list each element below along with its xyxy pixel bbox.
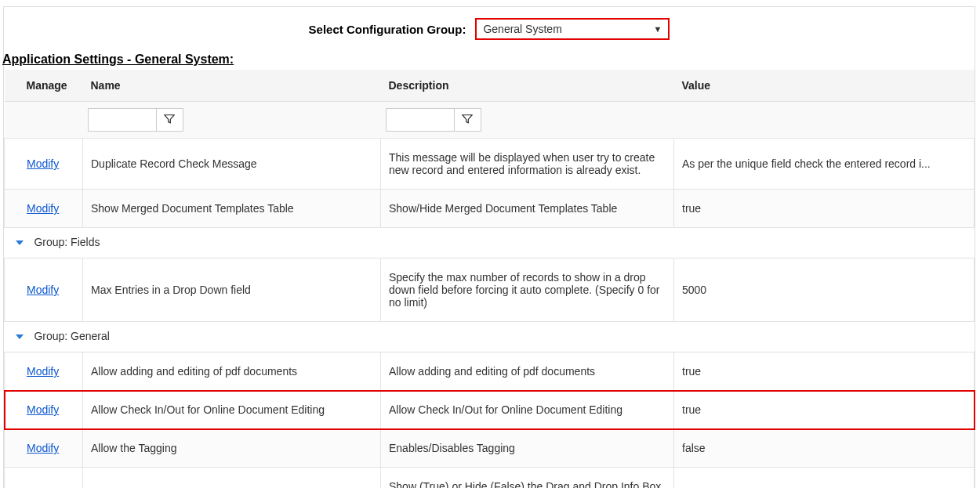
cell-description: This message will be displayed when user…	[381, 139, 674, 190]
table-row: Modify Show Merged Document Templates Ta…	[5, 190, 975, 228]
col-header-name[interactable]: Name	[83, 70, 381, 102]
table-body: Modify Duplicate Record Check Message Th…	[5, 139, 975, 489]
cell-name: Show Merged Document Templates Table	[83, 190, 381, 228]
section-title: Application Settings - General System:	[2, 52, 975, 70]
name-filter-input[interactable]	[88, 108, 157, 132]
cell-value: 5000	[674, 258, 975, 322]
cell-description: Allow Check In/Out for Online Document E…	[381, 391, 674, 429]
cell-value: As per the unique field check the entere…	[674, 139, 975, 190]
description-filter-button[interactable]	[455, 108, 481, 132]
cell-description: Show/Hide Merged Document Templates Tabl…	[381, 190, 674, 228]
group-label: Group: General	[34, 330, 110, 342]
col-header-manage[interactable]: Manage	[5, 70, 83, 102]
cell-value: true	[674, 352, 975, 391]
cell-name: Allow adding and editing of pdf document…	[83, 352, 381, 391]
cell-name: Max Entries in a Drop Down field	[83, 258, 381, 322]
group-collapse-icon[interactable]	[16, 334, 24, 339]
table-row: Modify Allow adding and editing of pdf d…	[5, 352, 975, 391]
table-filter-row	[5, 102, 975, 139]
name-filter-button[interactable]	[157, 108, 183, 132]
cell-name: Allow the Tagging	[83, 429, 381, 468]
table-row: Modify Allow the Tagging Enables/Disable…	[5, 429, 975, 468]
modify-link[interactable]: Modify	[27, 284, 59, 296]
modify-link[interactable]: Modify	[27, 365, 59, 378]
description-filter-input[interactable]	[386, 108, 455, 132]
col-header-description[interactable]: Description	[381, 70, 674, 102]
table-header-row: Manage Name Description Value	[5, 70, 975, 102]
funnel-icon	[164, 114, 175, 127]
funnel-icon	[462, 114, 473, 127]
group-header-general: Group: General	[5, 322, 975, 352]
settings-table: Manage Name Description Value	[4, 70, 975, 488]
modify-link[interactable]: Modify	[27, 202, 59, 215]
config-group-selected-value: General System	[483, 23, 653, 35]
cell-value: true	[674, 190, 975, 228]
cell-description: Show (True) or Hide (False) the Drag and…	[381, 468, 674, 489]
cell-name: Allow Check In/Out for Online Document E…	[83, 391, 381, 429]
cell-description: Specify the max number of records to sho…	[381, 258, 674, 322]
modify-link[interactable]: Modify	[27, 157, 59, 170]
modify-link[interactable]: Modify	[27, 442, 59, 454]
cell-value: false	[674, 429, 975, 468]
config-group-dropdown[interactable]: General System ▼	[475, 18, 670, 40]
config-group-selector-row: Select Configuration Group: General Syst…	[4, 7, 975, 52]
table-row: Modify Drag and Drop Side Menu Info Box …	[5, 468, 975, 489]
app-container: Select Configuration Group: General Syst…	[3, 6, 975, 488]
cell-name: Duplicate Record Check Message	[83, 139, 381, 190]
cell-value: true	[674, 391, 975, 429]
chevron-down-icon: ▼	[654, 24, 662, 34]
table-row-highlighted: Modify Allow Check In/Out for Online Doc…	[5, 391, 975, 429]
cell-name: Drag and Drop Side Menu Info Box	[83, 468, 381, 489]
modify-link[interactable]: Modify	[27, 403, 59, 416]
table-row: Modify Max Entries in a Drop Down field …	[5, 258, 975, 322]
cell-description: Enables/Disables Tagging	[381, 429, 674, 468]
col-header-value[interactable]: Value	[674, 70, 975, 102]
group-collapse-icon[interactable]	[16, 240, 24, 245]
group-label: Group: Fields	[34, 236, 100, 248]
table-row: Modify Duplicate Record Check Message Th…	[5, 139, 975, 190]
group-header-fields: Group: Fields	[5, 228, 975, 258]
config-group-label: Select Configuration Group:	[309, 23, 466, 36]
cell-description: Allow adding and editing of pdf document…	[381, 352, 674, 391]
cell-value: true	[674, 468, 975, 489]
